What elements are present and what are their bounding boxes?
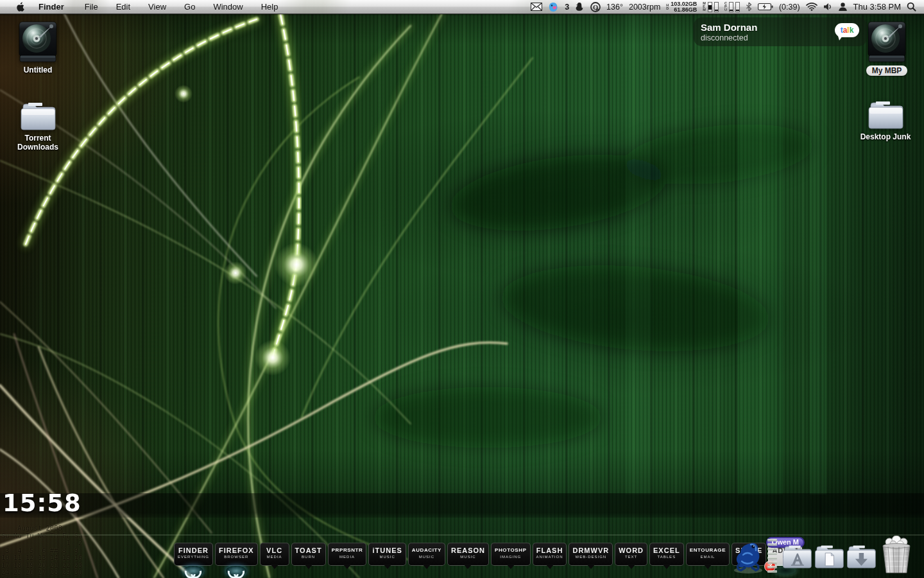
duck-status-icon[interactable] bbox=[575, 2, 585, 12]
wallpaper-streaks bbox=[0, 0, 924, 578]
running-indicator-glow bbox=[226, 566, 246, 576]
vuze-frog-icon[interactable] bbox=[732, 538, 765, 577]
menu-finder[interactable]: Finder bbox=[30, 1, 76, 13]
menu-edit[interactable]: Edit bbox=[107, 1, 139, 13]
icon-label: Torrent Downloads bbox=[6, 134, 70, 152]
menu-go[interactable]: Go bbox=[175, 1, 204, 13]
cpu-meter-label: CPU bbox=[724, 2, 727, 12]
menu-window[interactable]: Window bbox=[204, 1, 252, 13]
dock-item-pointer bbox=[506, 564, 515, 574]
dock-item-flash[interactable]: FLASHANIMATION bbox=[533, 543, 567, 566]
menu-help[interactable]: Help bbox=[252, 1, 287, 13]
desktop-icon-torrent-downloads[interactable]: Torrent Downloads bbox=[3, 100, 73, 152]
trash-icon[interactable] bbox=[880, 536, 912, 577]
mail-status-icon[interactable] bbox=[531, 3, 542, 11]
dock-item-finder[interactable]: FINDEREVERYTHING bbox=[174, 543, 213, 566]
dock-item-audacity[interactable]: AUDACITYMUSIC bbox=[408, 543, 445, 566]
dock-item-subtitle: TABLES bbox=[653, 555, 680, 559]
dock-item-firefox[interactable]: FIREFOXBROWSER bbox=[215, 543, 258, 566]
dock-item-word[interactable]: WORDTEXT bbox=[615, 543, 647, 566]
battery-time: (0:39) bbox=[779, 3, 800, 12]
dock-item-pointer bbox=[304, 564, 313, 574]
applications-folder-icon[interactable] bbox=[782, 543, 812, 572]
wallpaper-highlight-line bbox=[0, 534, 924, 536]
mem-meter-label: MEM bbox=[703, 2, 706, 12]
fan-speed-reading[interactable]: 2003rpm bbox=[629, 3, 660, 12]
wifi-icon[interactable] bbox=[806, 3, 817, 11]
user-switcher-icon[interactable] bbox=[838, 2, 848, 12]
dock-item-title: DRMWVR bbox=[572, 547, 609, 554]
desktop: 15:58 August 2008 Su Mo Tu We Th Fr Sa 1… bbox=[0, 0, 924, 578]
buddy-name: Sam Dornan bbox=[701, 22, 757, 33]
downloads-folder-icon[interactable] bbox=[846, 543, 877, 572]
app-menus: FinderFileEditViewGoWindowHelp bbox=[30, 1, 287, 13]
dock-item-pointer bbox=[627, 564, 636, 574]
dock-item-title: REASON bbox=[451, 547, 485, 554]
cpu-meter[interactable]: CPU bbox=[724, 2, 740, 12]
folder-icon bbox=[867, 99, 904, 130]
desktop-icon-untitled[interactable]: Untitled bbox=[3, 21, 73, 74]
menu-file[interactable]: File bbox=[76, 1, 107, 13]
gtalk-widget[interactable]: Sam Dornan disconnected talk bbox=[694, 17, 867, 46]
dock-item-subtitle: MEDIA bbox=[264, 555, 286, 559]
dock-item-subtitle: BURN bbox=[295, 555, 322, 559]
dock-item-subtitle: BROWSER bbox=[219, 555, 254, 559]
volume-icon[interactable] bbox=[823, 3, 832, 11]
dock-item-title: ENTOURAGE bbox=[690, 547, 726, 554]
bluetooth-icon[interactable] bbox=[746, 2, 752, 12]
dock-item-title: TOAST bbox=[295, 547, 322, 554]
quicksilver-icon[interactable]: Q bbox=[590, 2, 601, 12]
cpu-bar-2 bbox=[735, 2, 740, 12]
icon-label: Untitled bbox=[24, 66, 53, 74]
dock-item-toast[interactable]: TOASTBURN bbox=[291, 543, 326, 566]
adium-unread-count: 3 bbox=[565, 3, 569, 12]
battery-icon[interactable] bbox=[758, 3, 773, 11]
adium-status-icon[interactable] bbox=[548, 2, 559, 12]
hard-drive-icon bbox=[19, 21, 57, 63]
dock-separator bbox=[767, 539, 777, 573]
desktop-icon-desktop-junk[interactable]: Desktop Junk bbox=[850, 99, 921, 141]
spotlight-icon[interactable] bbox=[907, 2, 916, 12]
apple-icon bbox=[16, 2, 24, 12]
calendar-widget: August 2008 Su Mo Tu We Th Fr Sa 1 2 3 4… bbox=[1, 525, 82, 578]
hd-meter[interactable]: HD 103.02GB61.86GB bbox=[666, 1, 697, 13]
dock-item-title: PHOTOSHP bbox=[495, 547, 527, 554]
icon-label-selected: My MBP bbox=[866, 66, 908, 76]
dock-item-title: FINDER bbox=[178, 547, 209, 554]
documents-folder-icon[interactable] bbox=[814, 543, 844, 572]
mem-bar-2 bbox=[714, 2, 719, 12]
dock-item-photoshp[interactable]: PHOTOSHPIMAGING bbox=[491, 543, 531, 566]
hard-drive-icon bbox=[868, 21, 906, 63]
dock-item-reason[interactable]: REASONMUSIC bbox=[447, 543, 489, 566]
dock-item-pointer bbox=[662, 564, 671, 574]
dock-item-subtitle: MEDIA bbox=[332, 555, 363, 559]
dock-item-drmwvr[interactable]: DRMWVRWEB-DESIGN bbox=[569, 543, 613, 566]
dock-item-entourage[interactable]: ENTOURAGEEMAIL bbox=[686, 543, 730, 566]
dock-item-title: FLASH bbox=[536, 547, 563, 554]
dock-item-subtitle: MUSIC bbox=[372, 555, 402, 559]
dock-item-subtitle: EVERYTHING bbox=[178, 555, 209, 559]
time-band bbox=[0, 493, 924, 518]
menu-clock[interactable]: Thu 3:58 PM bbox=[853, 2, 901, 12]
mem-meter[interactable]: MEM bbox=[703, 2, 719, 12]
running-indicator-glow bbox=[183, 566, 203, 576]
dock-item-title: WORD bbox=[619, 547, 644, 554]
dock-item-subtitle: MUSIC bbox=[412, 555, 441, 559]
dock-item-excel[interactable]: EXCELTABLES bbox=[649, 543, 684, 566]
mem-bar-1 bbox=[708, 2, 712, 12]
menu-view[interactable]: View bbox=[139, 1, 175, 13]
dock-item-vlc[interactable]: VLCMEDIA bbox=[260, 543, 289, 566]
temperature-reading[interactable]: 136° bbox=[606, 3, 623, 12]
dock: FINDEREVERYTHINGFIREFOXBROWSERVLCMEDIATO… bbox=[174, 543, 802, 566]
dock-item-prprsntr[interactable]: PRPRSNTRMEDIA bbox=[328, 543, 367, 566]
dock-item-pointer bbox=[343, 564, 352, 574]
dock-item-title: AUDACITY bbox=[412, 547, 441, 554]
cpu-bar-1 bbox=[729, 2, 733, 12]
dock-item-pointer bbox=[463, 564, 472, 574]
dock-item-title: VLC bbox=[264, 547, 286, 554]
buddy-status: disconnected bbox=[701, 33, 757, 42]
dock-item-title: PRPRSNTR bbox=[332, 547, 363, 554]
dock-item-itunes[interactable]: iTUNESMUSIC bbox=[368, 543, 406, 566]
dock-item-title: FIREFOX bbox=[219, 547, 254, 554]
apple-menu[interactable] bbox=[10, 2, 30, 12]
